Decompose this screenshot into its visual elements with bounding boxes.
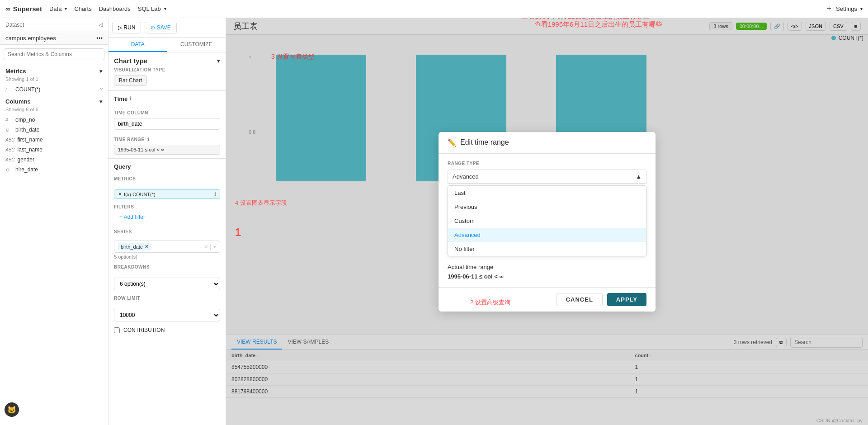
- actual-range-value: 1995-06-11 ≤ col < ∞: [448, 273, 646, 280]
- col-type-1: ⊙: [5, 128, 13, 132]
- collapse-icon[interactable]: ◁: [99, 22, 103, 28]
- col-type-4: ABC: [5, 157, 15, 162]
- modal-header: ✏️ Edit time range: [439, 132, 656, 154]
- actual-range-section: Actual time range 1995-06-11 ≤ col < ∞: [448, 264, 646, 280]
- topnav: ∞ Superset Data ▾ Charts Dashboards SQL …: [0, 0, 868, 18]
- metric-tag-value: f(x) COUNT(*): [124, 192, 156, 197]
- dataset-name: campus.employees: [5, 35, 56, 42]
- option-custom[interactable]: Custom: [448, 214, 646, 228]
- metric-type-badge: f: [5, 87, 13, 92]
- modal-title: Edit time range: [460, 138, 509, 146]
- series-field: SERIES: [108, 226, 226, 241]
- nav-charts[interactable]: Charts: [74, 5, 91, 12]
- logo: ∞ Superset: [5, 5, 42, 13]
- chart-type-badge[interactable]: Bar Chart: [114, 75, 147, 86]
- option-last[interactable]: Last: [448, 186, 646, 200]
- columns-title: Columns: [5, 98, 31, 105]
- cancel-button[interactable]: CANCEL: [557, 293, 603, 306]
- run-button[interactable]: ▷ RUN: [112, 22, 141, 33]
- col-name-4: gender: [18, 156, 34, 163]
- metrics-collapse-icon[interactable]: ▾: [99, 68, 103, 75]
- nav-dashboards[interactable]: Dashboards: [99, 5, 131, 12]
- time-column-input[interactable]: [114, 118, 220, 130]
- metric-tag: ✕ f(x) COUNT(*) ℹ: [114, 189, 220, 199]
- chart-type-collapse[interactable]: ▾: [217, 57, 220, 64]
- columns-section-header: Columns ▾: [0, 94, 108, 107]
- series-clear-icon[interactable]: ✕: [204, 244, 208, 250]
- tab-data[interactable]: DATA: [108, 38, 167, 52]
- metric-count[interactable]: f COUNT(*) ?: [0, 85, 108, 94]
- dataset-options-icon[interactable]: •••: [96, 35, 103, 42]
- modal-overlay: ✏️ Edit time range RANGE TYPE Advanced ▲…: [226, 18, 868, 425]
- plus-button[interactable]: +: [827, 4, 832, 14]
- brand-name: Superset: [13, 5, 42, 13]
- save-button[interactable]: ⊙ SAVE: [145, 22, 176, 33]
- range-type-select[interactable]: Advanced ▲: [448, 170, 646, 184]
- main-layout: Dataset ◁ campus.employees ••• Metrics ▾…: [0, 18, 868, 425]
- selected-option: Advanced: [453, 173, 479, 180]
- mid-tabs: DATA CUSTOMIZE: [108, 38, 226, 52]
- search-metrics-input[interactable]: [4, 48, 104, 60]
- col-type-5: ⊙: [5, 167, 13, 172]
- option-no-filter[interactable]: No filter: [448, 242, 646, 256]
- time-range-value[interactable]: 1995-06-11 ≤ col < ∞: [114, 145, 220, 155]
- viz-type-label: VISUALIZATION TYPE: [114, 67, 220, 72]
- apply-button[interactable]: APPLY: [607, 293, 646, 306]
- time-column-field: TIME COLUMN: [108, 107, 226, 133]
- time-info-icon: ℹ: [129, 96, 131, 102]
- row-limit-select[interactable]: 10000: [114, 309, 220, 321]
- col-name-0: emp_no: [15, 117, 35, 123]
- col-name-3: last_name: [18, 146, 42, 153]
- metric-tag-options[interactable]: ℹ: [214, 191, 216, 197]
- add-filter-button[interactable]: + Add filter: [114, 212, 220, 222]
- tab-customize[interactable]: CUSTOMIZE: [167, 38, 226, 52]
- series-tag-remove[interactable]: ✕: [145, 244, 149, 250]
- series-input[interactable]: birth_date ✕ ✕ ▾: [114, 241, 220, 253]
- option-previous[interactable]: Previous: [448, 200, 646, 214]
- column-first-name[interactable]: ABC first_name: [0, 135, 108, 145]
- viz-type-label-row: VISUALIZATION TYPE Bar Chart: [114, 67, 220, 90]
- column-emp-no[interactable]: # emp_no: [0, 115, 108, 125]
- settings-button[interactable]: Settings ▾: [836, 5, 863, 12]
- col-name-1: birth_date: [15, 127, 39, 133]
- avatar: 🐱: [5, 402, 19, 417]
- column-last-name[interactable]: ABC last_name: [0, 145, 108, 155]
- mid-panel: ▷ RUN ⊙ SAVE DATA CUSTOMIZE Chart type ▾…: [108, 18, 226, 425]
- time-range-row: 1995-06-11 ≤ col < ∞: [114, 145, 220, 155]
- query-section-header: Query: [108, 158, 226, 173]
- topnav-right: + Settings ▾: [827, 4, 863, 14]
- column-hire-date[interactable]: ⊙ hire_date: [0, 165, 108, 175]
- range-type-select-wrapper: Advanced ▲ Last Previous Custom Advanced…: [448, 170, 646, 256]
- nav-sqllab[interactable]: SQL Lab ▾: [138, 5, 166, 12]
- chart-area: 员工表 3 rows 00:00:00... 🔗 </> JSON CSV ≡ …: [226, 18, 868, 425]
- modal-footer: CANCEL APPLY: [439, 287, 656, 312]
- edit-time-range-modal: ✏️ Edit time range RANGE TYPE Advanced ▲…: [439, 132, 656, 312]
- actual-range-label: Actual time range: [448, 264, 646, 270]
- contribution-row: CONTRIBUTION: [108, 323, 226, 337]
- dataset-name-row: campus.employees •••: [0, 32, 108, 45]
- nav-data[interactable]: Data ▾: [49, 5, 67, 12]
- series-label: SERIES: [114, 229, 220, 234]
- column-birth-date[interactable]: ⊙ birth_date: [0, 125, 108, 135]
- columns-collapse-icon[interactable]: ▾: [99, 98, 103, 105]
- col-name-2: first_name: [18, 137, 43, 143]
- remove-metric-icon[interactable]: ✕: [118, 191, 122, 197]
- breakdowns-select[interactable]: 6 option(s): [114, 278, 220, 290]
- contribution-checkbox[interactable]: [114, 327, 120, 333]
- col-type-2: ABC: [5, 137, 15, 142]
- select-chevron-up: ▲: [636, 173, 642, 180]
- col-name-5: hire_date: [15, 166, 38, 173]
- search-metrics-container: [0, 45, 108, 64]
- col-type-3: ABC: [5, 147, 15, 152]
- time-section-header: Time ℹ: [108, 90, 226, 107]
- time-range-field: TIME RANGE ℹ 1995-06-11 ≤ col < ∞: [108, 133, 226, 158]
- series-dropdown-icon[interactable]: ▾: [210, 244, 216, 250]
- column-gender[interactable]: ABC gender: [0, 155, 108, 165]
- chart-type-section: Chart type ▾ VISUALIZATION TYPE Bar Char…: [108, 52, 226, 90]
- dataset-header: Dataset ◁: [0, 18, 108, 32]
- chart-toolbar: ▷ RUN ⊙ SAVE: [108, 18, 226, 38]
- row-limit-field: ROW LIMIT: [108, 292, 226, 307]
- option-advanced[interactable]: Advanced: [448, 228, 646, 242]
- contribution-label: CONTRIBUTION: [123, 327, 165, 333]
- left-panel: Dataset ◁ campus.employees ••• Metrics ▾…: [0, 18, 108, 425]
